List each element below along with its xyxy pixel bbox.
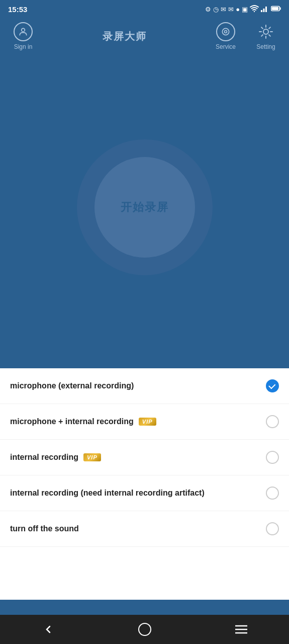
status-bar: 15:53 ⚙ ◷ ✉ ✉ ● ▣ — [0, 0, 289, 18]
option-left-microphone-internal: microphone + internal recordingVIP — [10, 417, 156, 426]
svg-line-16 — [269, 27, 270, 29]
option-label-microphone-internal: microphone + internal recording — [10, 417, 134, 426]
option-item-microphone-internal[interactable]: microphone + internal recordingVIP — [0, 404, 289, 440]
service-nav[interactable]: Service — [211, 22, 241, 50]
option-left-microphone-external: microphone (external recording) — [10, 381, 134, 390]
svg-point-8 — [225, 31, 227, 33]
svg-line-17 — [261, 35, 263, 36]
menu-icon — [235, 625, 247, 634]
sign-in-nav[interactable]: Sign in — [8, 22, 38, 50]
option-label-microphone-external: microphone (external recording) — [10, 381, 134, 390]
svg-point-7 — [222, 28, 229, 35]
gear-svg — [257, 23, 275, 41]
signal-bars-icon — [261, 5, 269, 14]
settings-icon: ⚙ — [205, 6, 211, 13]
radio-btn-microphone-external[interactable] — [266, 379, 279, 392]
svg-point-9 — [263, 29, 268, 34]
menu-button[interactable] — [223, 621, 259, 638]
wifi-icon — [250, 5, 259, 14]
setting-icon — [256, 22, 275, 41]
signal-icon: ▣ — [242, 6, 248, 13]
dot-icon: ● — [236, 6, 240, 13]
clock-icon: ◷ — [213, 6, 219, 13]
vip-badge-internal-recording: VIP — [83, 453, 101, 461]
service-label: Service — [216, 43, 236, 50]
status-icons: ⚙ ◷ ✉ ✉ ● ▣ — [205, 5, 281, 14]
battery-icon — [271, 6, 281, 13]
mail2-icon: ✉ — [228, 6, 234, 13]
app-header: Sign in 录屏大师 Service — [0, 18, 289, 56]
record-button[interactable]: 开始录屏 — [94, 157, 195, 258]
outer-circle: 开始录屏 — [77, 139, 213, 275]
setting-nav[interactable]: Setting — [251, 22, 281, 50]
options-panel: microphone (external recording)microphon… — [0, 368, 289, 600]
svg-rect-2 — [263, 9, 265, 12]
svg-line-14 — [261, 27, 263, 29]
option-left-internal-recording-artifact: internal recording (need internal record… — [10, 489, 205, 498]
radio-btn-internal-recording-artifact[interactable] — [266, 487, 279, 500]
mail-icon: ✉ — [221, 6, 226, 13]
option-item-turn-off-sound[interactable]: turn off the sound — [0, 511, 289, 547]
option-item-internal-recording[interactable]: internal recordingVIP — [0, 440, 289, 475]
record-area: 开始录屏 — [0, 56, 289, 368]
record-button-text: 开始录屏 — [121, 200, 169, 215]
svg-rect-3 — [265, 7, 267, 12]
option-left-internal-recording: internal recordingVIP — [10, 453, 101, 462]
bottom-navigation — [0, 615, 289, 644]
option-item-internal-recording-artifact[interactable]: internal recording (need internal record… — [0, 475, 289, 511]
back-button[interactable] — [30, 619, 66, 639]
sign-in-icon — [14, 22, 33, 41]
status-time: 15:53 — [8, 5, 27, 14]
radio-btn-turn-off-sound[interactable] — [266, 522, 279, 535]
svg-line-15 — [269, 35, 270, 36]
sign-in-label: Sign in — [14, 43, 33, 50]
option-label-internal-recording-artifact: internal recording (need internal record… — [10, 489, 205, 498]
option-label-internal-recording: internal recording — [10, 453, 78, 462]
service-icon — [216, 22, 235, 41]
svg-rect-5 — [272, 7, 278, 10]
home-circle-icon — [138, 623, 151, 636]
person-icon — [18, 27, 28, 37]
svg-rect-1 — [261, 10, 262, 12]
svg-point-6 — [22, 28, 25, 32]
home-button[interactable] — [126, 619, 163, 640]
vip-badge-microphone-internal: VIP — [139, 418, 156, 426]
option-label-turn-off-sound: turn off the sound — [10, 524, 79, 533]
setting-label: Setting — [256, 43, 275, 50]
option-left-turn-off-sound: turn off the sound — [10, 524, 79, 533]
option-item-microphone-external[interactable]: microphone (external recording) — [0, 368, 289, 404]
app-title: 录屏大师 — [103, 30, 147, 43]
radio-btn-microphone-internal[interactable] — [266, 415, 279, 428]
headset-icon — [221, 27, 231, 37]
radio-btn-internal-recording[interactable] — [266, 451, 279, 464]
svg-point-0 — [254, 11, 255, 12]
